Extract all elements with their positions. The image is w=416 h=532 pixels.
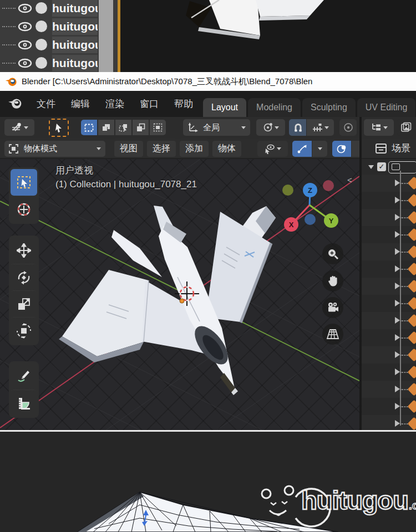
- tool-cursor[interactable]: [11, 196, 37, 222]
- expand-triangle-icon[interactable]: [395, 180, 400, 186]
- outliner-object-row[interactable]: [362, 278, 416, 295]
- collapse-triangle-icon[interactable]: [368, 165, 374, 169]
- select-mode-subtract[interactable]: [115, 120, 131, 135]
- outliner-object-row[interactable]: [362, 243, 416, 260]
- selectability-toggle[interactable]: [35, 57, 47, 69]
- blender-menu-logo-icon[interactable]: [8, 96, 22, 112]
- outliner-object-row[interactable]: [362, 260, 416, 278]
- transform-orientation-dropdown[interactable]: 全局: [183, 119, 250, 136]
- expand-triangle-icon[interactable]: [395, 231, 400, 238]
- menu-window[interactable]: 窗口: [132, 95, 166, 112]
- menu-add[interactable]: 添加: [180, 141, 209, 157]
- eye-icon[interactable]: [18, 3, 32, 16]
- tab-uv-editing[interactable]: UV Editing: [357, 98, 416, 117]
- editor-type-dropdown[interactable]: [364, 119, 394, 136]
- collection-checkbox[interactable]: ✓: [377, 162, 386, 171]
- object-name[interactable]: huitugou: [52, 55, 98, 71]
- outliner-object-row[interactable]: [362, 398, 416, 415]
- object-name[interactable]: huitugou: [52, 37, 98, 53]
- outliner-object-row[interactable]: [362, 312, 416, 329]
- gizmo-dropdown[interactable]: [312, 141, 327, 157]
- zoom-button[interactable]: [322, 243, 343, 264]
- perspective-toggle-button[interactable]: [322, 324, 343, 345]
- camera-view-button[interactable]: [322, 297, 343, 318]
- outliner-object-row[interactable]: [362, 346, 416, 364]
- collection-row[interactable]: ✓: [362, 161, 416, 175]
- select-mode-extend[interactable]: [98, 120, 114, 135]
- overlays-dropdown[interactable]: [352, 141, 359, 157]
- eye-icon[interactable]: [18, 39, 32, 53]
- menu-render[interactable]: 渲染: [98, 95, 132, 112]
- gizmo-neg-y-ball[interactable]: [282, 185, 293, 196]
- outliner-object-row[interactable]: [362, 381, 416, 398]
- outliner-object-row[interactable]: [362, 192, 416, 209]
- gizmo-neg-x-ball[interactable]: [323, 180, 334, 191]
- outliner-object-row[interactable]: [362, 329, 416, 346]
- menu-file[interactable]: 文件: [29, 95, 63, 112]
- tool-scale[interactable]: [11, 290, 37, 317]
- tab-layout[interactable]: Layout: [203, 98, 246, 117]
- pivot-point-dropdown[interactable]: [256, 119, 285, 136]
- viewport-3d[interactable]: Z X Y 物体模式 视图 选择 添加 物体: [0, 139, 359, 430]
- expand-triangle-icon[interactable]: [395, 197, 400, 203]
- snap-to-dropdown[interactable]: [307, 119, 334, 136]
- expand-triangle-icon[interactable]: [395, 386, 400, 392]
- outliner-panel[interactable]: 场景 ✓: [362, 139, 416, 430]
- select-mode-intersect[interactable]: [150, 120, 166, 135]
- pan-button[interactable]: [322, 270, 343, 291]
- object-name[interactable]: huitugou: [52, 18, 98, 35]
- menu-view[interactable]: 视图: [114, 141, 143, 157]
- object-name[interactable]: huitugou: [52, 0, 98, 17]
- show-gizmo-toggle[interactable]: [292, 141, 312, 157]
- expand-triangle-icon[interactable]: [395, 265, 400, 272]
- menu-edit[interactable]: 编辑: [63, 95, 98, 112]
- outliner-filter-button[interactable]: [397, 119, 414, 136]
- menu-select[interactable]: 选择: [147, 141, 176, 157]
- outliner-object-row[interactable]: [362, 175, 416, 192]
- expand-triangle-icon[interactable]: [395, 317, 400, 324]
- outliner-object-row[interactable]: [362, 295, 416, 312]
- tool-options-button[interactable]: [4, 119, 34, 136]
- expand-triangle-icon[interactable]: [395, 369, 400, 375]
- selectability-toggle[interactable]: [35, 39, 47, 50]
- tool-transform[interactable]: [11, 317, 37, 344]
- sidebar-collapse-arrow[interactable]: <: [347, 175, 352, 185]
- snap-toggle[interactable]: [289, 119, 306, 136]
- expand-triangle-icon[interactable]: [395, 334, 400, 341]
- outliner-object-row[interactable]: [362, 415, 416, 430]
- tab-sculpting[interactable]: Sculpting: [302, 98, 356, 117]
- tool-measure[interactable]: [11, 390, 37, 416]
- expand-triangle-icon[interactable]: [395, 300, 400, 306]
- tab-modeling[interactable]: Modeling: [248, 98, 301, 117]
- outliner-object-row[interactable]: [362, 209, 416, 226]
- expand-triangle-icon[interactable]: [395, 248, 400, 255]
- outliner-object-row[interactable]: [362, 226, 416, 243]
- mode-dropdown[interactable]: 物体模式: [4, 141, 105, 157]
- menu-object[interactable]: 物体: [212, 141, 241, 157]
- tool-rotate[interactable]: [11, 264, 37, 290]
- selectability-toggle[interactable]: [35, 2, 47, 14]
- proportional-editing-toggle[interactable]: [339, 119, 357, 136]
- tool-move[interactable]: [11, 237, 37, 264]
- menu-help[interactable]: 帮助: [166, 95, 201, 112]
- active-tool-indicator[interactable]: [49, 119, 69, 137]
- selectability-toggle[interactable]: [35, 21, 47, 32]
- expand-triangle-icon[interactable]: [395, 420, 400, 427]
- expand-triangle-icon[interactable]: [395, 283, 400, 289]
- tool-settings-bar: 全局: [0, 117, 359, 139]
- tool-select-box[interactable]: [11, 169, 37, 196]
- outliner-object-row[interactable]: [362, 364, 416, 381]
- select-mode-set[interactable]: [81, 120, 97, 135]
- expand-triangle-icon[interactable]: [395, 214, 400, 221]
- expand-triangle-icon[interactable]: [395, 403, 400, 410]
- scrollbar[interactable]: [99, 0, 113, 72]
- show-overlays-toggle[interactable]: [332, 141, 351, 157]
- visibility-dropdown[interactable]: [257, 141, 288, 157]
- gizmo-neg-z-ball[interactable]: [305, 214, 316, 225]
- eye-icon[interactable]: [18, 21, 32, 34]
- select-mode-invert[interactable]: [133, 120, 149, 135]
- expand-triangle-icon[interactable]: [395, 351, 400, 358]
- tool-annotate[interactable]: [11, 363, 37, 390]
- eye-icon[interactable]: [18, 58, 32, 71]
- navigation-gizmo[interactable]: Z X Y: [282, 180, 338, 232]
